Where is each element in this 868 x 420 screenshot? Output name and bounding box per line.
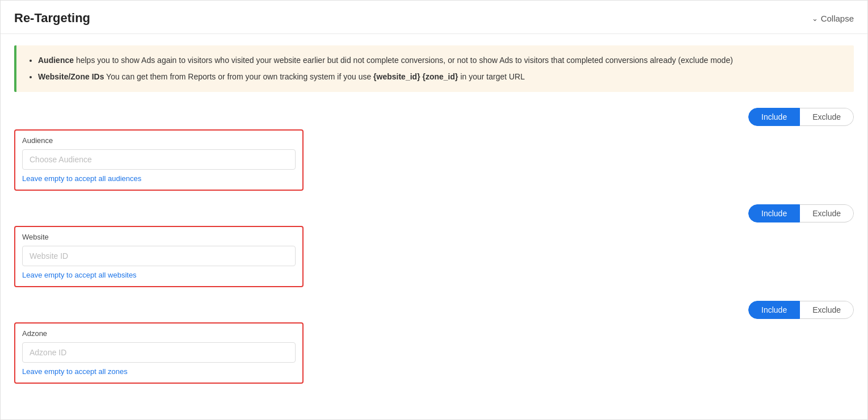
website-section: Include Exclude Website Leave empty to a…: [14, 204, 854, 287]
page-title: Re-Targeting: [14, 11, 90, 26]
adzone-exclude-button[interactable]: Exclude: [800, 301, 854, 319]
website-toggle-row: Include Exclude: [14, 204, 854, 222]
audience-exclude-button[interactable]: Exclude: [800, 108, 854, 126]
info-box: Audience helps you to show Ads again to …: [14, 45, 854, 92]
audience-hint[interactable]: Leave empty to accept all audiences: [22, 174, 296, 183]
info-item-website-zone: Website/Zone IDs You can get them from R…: [38, 71, 842, 83]
collapse-button[interactable]: ⌄ Collapse: [812, 14, 854, 23]
content-area: Audience helps you to show Ads again to …: [1, 34, 867, 409]
website-input[interactable]: [22, 246, 296, 266]
website-exclude-button[interactable]: Exclude: [800, 204, 854, 222]
website-field-container: Website Leave empty to accept all websit…: [14, 226, 304, 287]
info-audience-bold: Audience: [38, 56, 74, 65]
audience-toggle-row: Include Exclude: [14, 108, 854, 126]
collapse-label: Collapse: [821, 14, 854, 23]
adzone-section: Include Exclude Adzone Leave empty to ac…: [14, 301, 854, 384]
adzone-toggle-row: Include Exclude: [14, 301, 854, 319]
audience-toggle-group: Include Exclude: [748, 108, 854, 126]
audience-field-container: Audience Leave empty to accept all audie…: [14, 129, 304, 191]
info-websitezone-text-after: in your target URL: [460, 72, 525, 81]
page-container: Re-Targeting ⌄ Collapse Audience helps y…: [0, 0, 868, 420]
adzone-field-container: Adzone Leave empty to accept all zones: [14, 322, 304, 384]
info-websitezone-code: {website_id} {zone_id}: [373, 72, 458, 81]
info-audience-text: helps you to show Ads again to visitors …: [76, 56, 733, 65]
page-header: Re-Targeting ⌄ Collapse: [1, 1, 867, 34]
info-websitezone-text: You can get them from Reports or from yo…: [106, 72, 373, 81]
website-hint[interactable]: Leave empty to accept all websites: [22, 271, 296, 279]
info-websitezone-bold: Website/Zone IDs: [38, 72, 104, 81]
website-include-button[interactable]: Include: [748, 204, 800, 222]
audience-input-row: Audience Leave empty to accept all audie…: [14, 129, 854, 191]
audience-include-button[interactable]: Include: [748, 108, 800, 126]
adzone-input-row: Adzone Leave empty to accept all zones: [14, 322, 854, 384]
website-input-row: Website Leave empty to accept all websit…: [14, 226, 854, 287]
chevron-down-icon: ⌄: [812, 14, 818, 23]
adzone-toggle-group: Include Exclude: [748, 301, 854, 319]
adzone-include-button[interactable]: Include: [748, 301, 800, 319]
audience-section: Include Exclude Audience Leave empty to …: [14, 108, 854, 191]
adzone-input[interactable]: [22, 342, 296, 363]
adzone-hint[interactable]: Leave empty to accept all zones: [22, 367, 296, 376]
audience-input[interactable]: [22, 149, 296, 170]
adzone-label: Adzone: [22, 329, 296, 338]
website-label: Website: [22, 233, 296, 241]
audience-label: Audience: [22, 136, 296, 145]
website-toggle-group: Include Exclude: [748, 204, 854, 222]
info-item-audience: Audience helps you to show Ads again to …: [38, 54, 842, 66]
